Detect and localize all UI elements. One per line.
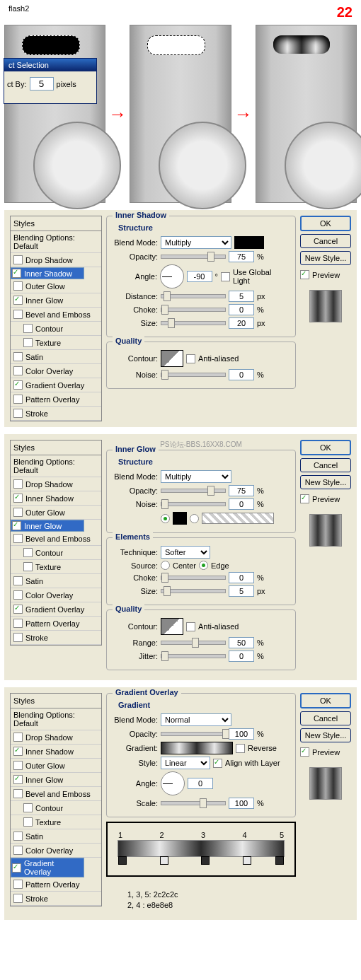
style-bevel-emboss[interactable]: Bevel and Emboss bbox=[11, 787, 101, 801]
choke-slider[interactable] bbox=[161, 308, 226, 312]
checkbox[interactable] bbox=[13, 846, 23, 855]
gradient-picker[interactable] bbox=[161, 742, 233, 754]
cancel-button[interactable]: Cancel bbox=[300, 234, 351, 248]
style-inner-shadow[interactable]: Inner Shadow bbox=[11, 491, 101, 506]
style-contour[interactable]: Contour bbox=[11, 546, 101, 560]
size-slider[interactable] bbox=[161, 589, 226, 593]
color-radio[interactable] bbox=[161, 514, 170, 523]
style-contour[interactable]: Contour bbox=[11, 801, 101, 815]
opacity-slider[interactable] bbox=[161, 732, 226, 736]
contract-pixels-input[interactable] bbox=[30, 77, 54, 91]
ok-button[interactable]: OK bbox=[300, 216, 351, 231]
style-bevel-emboss[interactable]: Bevel and Emboss bbox=[11, 532, 101, 546]
style-inner-glow[interactable]: Inner Glow bbox=[11, 520, 84, 532]
checkbox[interactable] bbox=[13, 409, 23, 418]
checkbox[interactable] bbox=[23, 817, 33, 827]
checkbox[interactable] bbox=[13, 508, 23, 517]
checkbox[interactable] bbox=[23, 324, 33, 333]
style-outer-glow[interactable]: Outer Glow bbox=[11, 279, 101, 293]
checkbox[interactable] bbox=[13, 775, 23, 784]
checkbox[interactable] bbox=[13, 255, 23, 264]
checkbox[interactable] bbox=[13, 761, 23, 770]
gradient-stop-4[interactable] bbox=[243, 856, 251, 865]
checkbox[interactable] bbox=[23, 803, 33, 812]
new-style-button[interactable]: New Style... bbox=[300, 251, 351, 265]
opacity-slider[interactable] bbox=[161, 255, 226, 259]
preview-checkbox[interactable] bbox=[300, 747, 309, 757]
opacity-input[interactable] bbox=[229, 485, 254, 496]
range-input[interactable] bbox=[229, 637, 254, 648]
checkbox[interactable] bbox=[13, 633, 23, 642]
shadow-color-swatch[interactable] bbox=[234, 236, 264, 249]
checkbox[interactable] bbox=[13, 605, 23, 614]
choke-input[interactable] bbox=[229, 304, 254, 315]
style-gradient-overlay[interactable]: Gradient Overlay bbox=[11, 602, 101, 617]
checkbox[interactable] bbox=[13, 576, 23, 585]
checkbox[interactable] bbox=[13, 395, 23, 404]
gradient-stop-3[interactable] bbox=[201, 856, 210, 865]
checkbox[interactable] bbox=[13, 310, 23, 319]
style-texture[interactable]: Texture bbox=[11, 560, 101, 574]
style-color-overlay[interactable]: Color Overlay bbox=[11, 844, 101, 858]
style-stroke[interactable]: Stroke bbox=[11, 407, 101, 421]
global-light-checkbox[interactable] bbox=[221, 272, 230, 281]
noise-slider[interactable] bbox=[161, 373, 226, 377]
blending-options-row[interactable]: Blending Options: Default bbox=[11, 231, 101, 253]
align-checkbox[interactable] bbox=[213, 759, 222, 768]
gradient-bar[interactable]: 1 2 3 4 5 bbox=[118, 840, 285, 857]
angle-dial[interactable] bbox=[161, 771, 185, 795]
choke-input[interactable] bbox=[229, 572, 254, 583]
checkbox[interactable] bbox=[13, 832, 23, 841]
source-edge-radio[interactable] bbox=[199, 561, 208, 570]
style-outer-glow[interactable]: Outer Glow bbox=[11, 506, 101, 520]
style-satin[interactable]: Satin bbox=[11, 829, 101, 844]
jitter-slider[interactable] bbox=[161, 654, 226, 658]
contour-picker[interactable] bbox=[161, 618, 183, 635]
gradient-radio[interactable] bbox=[190, 514, 199, 523]
checkbox[interactable] bbox=[12, 269, 21, 278]
checkbox[interactable] bbox=[12, 863, 21, 873]
checkbox[interactable] bbox=[13, 281, 23, 291]
style-pattern-overlay[interactable]: Pattern Overlay bbox=[11, 877, 101, 892]
glow-gradient-picker[interactable] bbox=[202, 513, 274, 524]
style-inner-shadow[interactable]: Inner Shadow bbox=[11, 745, 101, 759]
style-pattern-overlay[interactable]: Pattern Overlay bbox=[11, 392, 101, 407]
anti-aliased-checkbox[interactable] bbox=[186, 622, 195, 631]
checkbox[interactable] bbox=[13, 894, 23, 903]
style-satin[interactable]: Satin bbox=[11, 350, 101, 364]
checkbox[interactable] bbox=[13, 366, 23, 375]
style-color-overlay[interactable]: Color Overlay bbox=[11, 588, 101, 602]
cancel-button[interactable]: Cancel bbox=[300, 458, 351, 472]
preview-checkbox[interactable] bbox=[300, 270, 309, 279]
styles-header[interactable]: Styles bbox=[10, 440, 102, 455]
blend-mode-select[interactable]: Multiply bbox=[161, 470, 231, 483]
style-drop-shadow[interactable]: Drop Shadow bbox=[11, 253, 101, 267]
style-color-overlay[interactable]: Color Overlay bbox=[11, 364, 101, 378]
cancel-button[interactable]: Cancel bbox=[300, 711, 351, 725]
choke-slider[interactable] bbox=[161, 576, 226, 580]
new-style-button[interactable]: New Style... bbox=[300, 475, 351, 489]
style-outer-glow[interactable]: Outer Glow bbox=[11, 759, 101, 773]
style-drop-shadow[interactable]: Drop Shadow bbox=[11, 730, 101, 745]
gradient-stop-1[interactable] bbox=[118, 856, 127, 865]
style-stroke[interactable]: Stroke bbox=[11, 631, 101, 645]
angle-dial[interactable] bbox=[160, 264, 184, 288]
contour-picker[interactable] bbox=[161, 350, 183, 367]
style-gradient-overlay[interactable]: Gradient Overlay bbox=[11, 858, 84, 877]
style-texture[interactable]: Texture bbox=[11, 815, 101, 829]
style-inner-glow[interactable]: Inner Glow bbox=[11, 293, 101, 308]
noise-input[interactable] bbox=[229, 369, 254, 380]
checkbox[interactable] bbox=[13, 590, 23, 600]
noise-slider[interactable] bbox=[161, 502, 226, 506]
angle-input[interactable] bbox=[188, 778, 213, 789]
style-inner-shadow[interactable]: Inner Shadow bbox=[11, 267, 84, 279]
new-style-button[interactable]: New Style... bbox=[300, 728, 351, 742]
scale-input[interactable] bbox=[229, 798, 254, 809]
glow-color-swatch[interactable] bbox=[173, 512, 187, 525]
blend-mode-select[interactable]: Multiply bbox=[161, 236, 231, 249]
style-satin[interactable]: Satin bbox=[11, 574, 101, 588]
angle-input[interactable] bbox=[187, 271, 212, 282]
style-pattern-overlay[interactable]: Pattern Overlay bbox=[11, 617, 101, 631]
opacity-input[interactable] bbox=[229, 251, 254, 262]
jitter-input[interactable] bbox=[229, 651, 254, 662]
